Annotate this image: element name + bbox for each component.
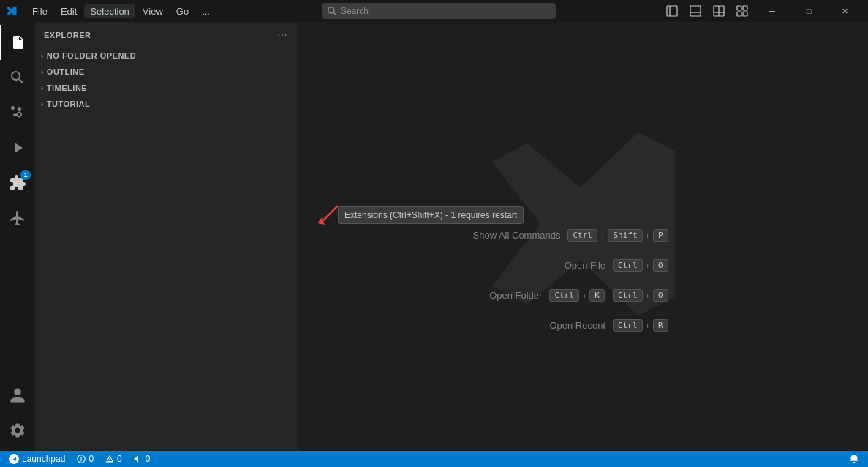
activity-search[interactable]	[0, 60, 35, 95]
sidebar-section-timeline[interactable]: › TIMELINE	[35, 80, 298, 96]
menu-selection[interactable]: Selection	[84, 4, 135, 18]
titlebar-center: Search	[322, 3, 556, 19]
chevron-right-icon: ›	[41, 52, 44, 60]
sidebar-section-no-folder[interactable]: › NO FOLDER OPENED	[35, 48, 298, 64]
sidebar-title: EXPLORER	[44, 31, 91, 40]
key-ctrl-4: Ctrl	[613, 289, 643, 302]
plus-4: +	[582, 291, 586, 300]
key-ctrl-2: Ctrl	[613, 259, 643, 272]
activity-source-control[interactable]	[0, 95, 35, 130]
svg-rect-0	[667, 6, 677, 16]
layout-custom-btn[interactable]	[732, 4, 752, 18]
activity-account[interactable]	[0, 378, 35, 413]
menu-bar: File Edit Selection View Go ...	[26, 4, 216, 18]
svg-rect-8	[743, 6, 747, 10]
vscode-logo-icon	[6, 5, 18, 17]
remote-icon	[9, 454, 19, 464]
chevron-right-icon-3: ›	[41, 84, 44, 92]
key-o: O	[653, 259, 668, 272]
sidebar-header-actions: ···	[275, 28, 290, 42]
statusbar-audio[interactable]: 0	[131, 454, 154, 464]
layout-sidebar-btn[interactable]	[662, 4, 682, 18]
audio-icon	[134, 455, 143, 463]
menu-go[interactable]: Go	[170, 4, 195, 18]
search-placeholder: Search	[341, 6, 369, 16]
menu-more[interactable]: ...	[196, 4, 216, 18]
titlebar: File Edit Selection View Go ... Search	[0, 0, 868, 22]
statusbar-warnings[interactable]: 0	[102, 454, 125, 464]
open-file-label: Open File	[503, 260, 605, 271]
key-ctrl-1: Ctrl	[567, 229, 597, 242]
svg-rect-10	[743, 12, 747, 16]
shortcut-open-recent: Open Recent Ctrl + R	[503, 319, 668, 332]
plus-3: +	[646, 261, 650, 270]
menu-file[interactable]: File	[26, 4, 53, 18]
menu-view[interactable]: View	[137, 4, 169, 18]
key-ctrl-5: Ctrl	[613, 319, 643, 332]
statusbar-errors-count: 0	[88, 454, 94, 464]
shortcut-open-folder: Open Folder Ctrl + K Ctrl + O	[439, 289, 668, 302]
tooltip-container: Extensions (Ctrl+Shift+X) - 1 requires r…	[338, 206, 524, 224]
chevron-right-icon-2: ›	[41, 68, 44, 76]
open-file-keys: Ctrl + O	[613, 259, 668, 272]
sidebar-section-tutorial[interactable]: › TUTORIAL	[35, 96, 298, 112]
no-folder-label: NO FOLDER OPENED	[47, 51, 136, 60]
key-p: P	[653, 229, 668, 242]
open-recent-keys: Ctrl + R	[613, 319, 668, 332]
activity-extensions[interactable]: 1	[0, 165, 35, 201]
svg-rect-9	[737, 12, 741, 16]
shortcut-show-commands: Show All Commands Ctrl + Shift + P	[458, 229, 668, 242]
key-ctrl-3: Ctrl	[549, 289, 579, 302]
open-folder-keys: Ctrl + K Ctrl + O	[549, 289, 668, 302]
show-commands-label: Show All Commands	[458, 230, 560, 241]
statusbar-launchpad-text: Launchpad	[22, 454, 65, 464]
spacer-1	[608, 291, 610, 300]
outline-label: OUTLINE	[47, 67, 85, 76]
error-icon	[77, 455, 86, 463]
statusbar-right	[846, 454, 862, 464]
menu-edit[interactable]: Edit	[55, 4, 83, 18]
activity-run-debug[interactable]	[0, 130, 35, 165]
open-folder-label: Open Folder	[439, 290, 542, 301]
extensions-tooltip: Extensions (Ctrl+Shift+X) - 1 requires r…	[338, 206, 524, 224]
statusbar-remote[interactable]: Launchpad	[6, 454, 68, 464]
svg-rect-7	[737, 6, 741, 10]
tutorial-label: TUTORIAL	[47, 100, 90, 108]
plus-6: +	[646, 321, 650, 330]
key-r: R	[653, 319, 668, 332]
key-shift: Shift	[608, 229, 642, 242]
statusbar-notifications[interactable]	[846, 454, 862, 464]
search-icon	[328, 7, 336, 15]
close-button[interactable]: ✕	[829, 0, 862, 22]
sidebar-more-btn[interactable]: ···	[275, 28, 290, 42]
layout-split-btn[interactable]	[709, 4, 729, 18]
activity-remote-explorer[interactable]	[0, 201, 35, 236]
key-k: K	[589, 289, 605, 302]
svg-point-17	[109, 460, 110, 461]
plus-1: +	[600, 231, 605, 240]
warning-icon	[105, 455, 114, 463]
key-o-2: O	[653, 289, 668, 302]
plus-2: +	[646, 231, 650, 240]
activity-settings[interactable]	[0, 413, 35, 448]
statusbar-left: Launchpad 0 0 0	[6, 454, 153, 464]
search-bar[interactable]: Search	[322, 3, 556, 19]
shortcut-open-file: Open File Ctrl + O	[503, 259, 668, 272]
sidebar-section-outline[interactable]: › OUTLINE	[35, 64, 298, 80]
main-area: 1 EXPLORER ···	[0, 22, 868, 451]
statusbar: Launchpad 0 0 0	[0, 451, 868, 467]
statusbar-errors[interactable]: 0	[74, 454, 97, 464]
statusbar-warnings-count: 0	[117, 454, 122, 464]
maximize-button[interactable]: □	[792, 0, 826, 22]
editor-area: Show All Commands Ctrl + Shift + P Open …	[298, 22, 868, 451]
timeline-label: TIMELINE	[47, 83, 87, 92]
layout-panel-btn[interactable]	[685, 4, 706, 18]
titlebar-right: ─ □ ✕	[662, 0, 862, 22]
welcome-content: Show All Commands Ctrl + Shift + P Open …	[439, 229, 668, 332]
open-recent-label: Open Recent	[503, 320, 605, 331]
activity-bar: 1	[0, 22, 35, 451]
show-commands-keys: Ctrl + Shift + P	[567, 229, 668, 242]
activity-explorer[interactable]	[0, 25, 35, 60]
chevron-right-icon-4: ›	[41, 100, 44, 108]
minimize-button[interactable]: ─	[755, 0, 789, 22]
